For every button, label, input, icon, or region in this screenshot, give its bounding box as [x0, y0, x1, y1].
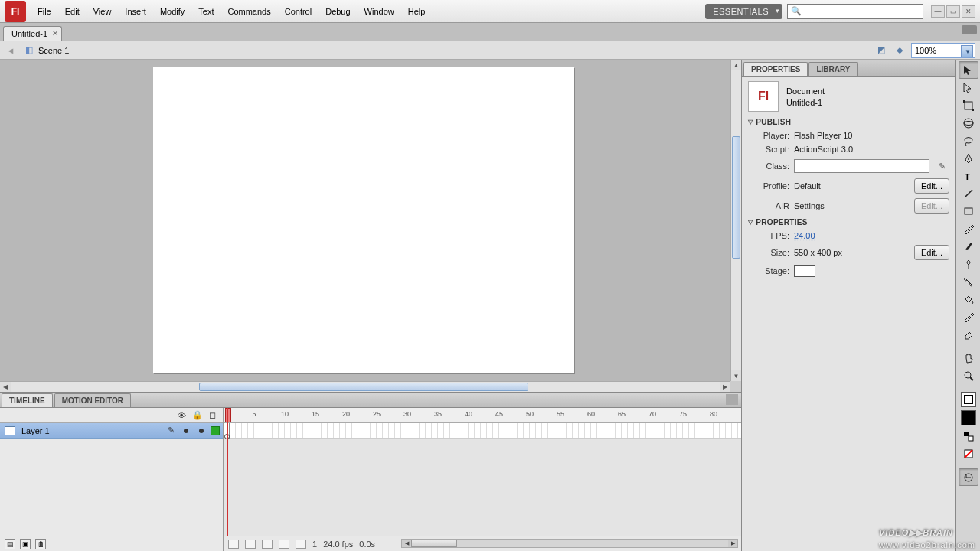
paint-bucket-tool[interactable]: [959, 290, 978, 308]
layer-lock-dot[interactable]: [199, 429, 204, 433]
scroll-corner: [730, 381, 741, 392]
vertical-scrollbar[interactable]: ▲ ▼: [730, 60, 741, 381]
tl-hscroll-thumb[interactable]: [411, 540, 457, 547]
timeline-menu-icon[interactable]: [726, 394, 738, 405]
document-type-label: Document: [786, 86, 825, 96]
tl-scroll-left-icon[interactable]: ◀: [402, 540, 411, 547]
menu-commands[interactable]: Commands: [220, 2, 277, 21]
snap-to-objects-icon[interactable]: [959, 468, 978, 486]
close-document-icon[interactable]: ✕: [52, 29, 58, 37]
stage-color-swatch[interactable]: [794, 265, 815, 277]
hscroll-thumb[interactable]: [199, 383, 528, 391]
3d-rotation-tool[interactable]: [959, 114, 978, 132]
eyedropper-tool[interactable]: [959, 308, 978, 325]
stroke-color-swatch[interactable]: [961, 392, 976, 407]
horizontal-scrollbar[interactable]: ◀ ▶: [0, 381, 730, 392]
bone-tool[interactable]: [959, 272, 978, 290]
workspace-switcher[interactable]: ESSENTIALS: [705, 4, 782, 19]
stage-area[interactable]: ▲ ▼ ◀ ▶: [0, 60, 741, 392]
subselection-tool[interactable]: [959, 79, 978, 96]
section-properties[interactable]: PROPERTIES: [748, 218, 949, 227]
pen-tool[interactable]: [959, 149, 978, 167]
menu-edit[interactable]: Edit: [58, 2, 87, 21]
selection-tool[interactable]: [959, 61, 978, 79]
menu-text[interactable]: Text: [191, 2, 220, 21]
new-folder-button[interactable]: ▣: [20, 539, 31, 549]
minimize-button[interactable]: —: [931, 5, 945, 18]
delete-layer-button[interactable]: 🗑: [35, 539, 46, 549]
restore-button[interactable]: ▭: [946, 5, 960, 18]
free-transform-tool[interactable]: [959, 96, 978, 114]
tab-motion-editor[interactable]: MOTION EDITOR: [54, 393, 131, 407]
scroll-left-icon[interactable]: ◀: [0, 382, 11, 392]
modify-onion-markers-icon[interactable]: [296, 540, 306, 549]
center-frame-icon[interactable]: [228, 540, 239, 549]
section-publish[interactable]: PUBLISH: [748, 118, 949, 126]
black-white-swap-icon[interactable]: [959, 427, 978, 445]
brush-tool[interactable]: [959, 237, 978, 255]
menu-window[interactable]: Window: [358, 2, 401, 21]
scroll-right-icon[interactable]: ▶: [720, 382, 730, 392]
tab-properties[interactable]: PROPERTIES: [743, 62, 808, 76]
playhead[interactable]: [225, 408, 231, 423]
close-button[interactable]: ✕: [962, 5, 975, 18]
fps-value[interactable]: 24.00: [794, 231, 815, 240]
back-arrow-icon[interactable]: ◄: [5, 44, 17, 57]
new-layer-button[interactable]: ▤: [5, 539, 15, 549]
keyframe[interactable]: [224, 423, 230, 439]
edit-scene-icon[interactable]: ◩: [874, 44, 888, 57]
document-tab-title: Untitled-1: [11, 29, 47, 38]
lasso-tool[interactable]: [959, 132, 978, 149]
class-input[interactable]: [794, 159, 929, 173]
layer-visibility-dot[interactable]: [184, 429, 188, 433]
scroll-down-icon[interactable]: ▼: [731, 370, 741, 381]
edit-size-button[interactable]: Edit...: [914, 245, 949, 260]
zoom-tool[interactable]: [959, 367, 978, 384]
tab-timeline[interactable]: TIMELINE: [2, 393, 53, 407]
edit-symbols-icon[interactable]: ◆: [893, 44, 906, 57]
timeline-track[interactable]: [224, 423, 741, 439]
vscroll-thumb[interactable]: [732, 136, 740, 259]
tl-scroll-right-icon[interactable]: ▶: [728, 540, 737, 547]
text-tool[interactable]: T: [959, 167, 978, 184]
hand-tool[interactable]: [959, 349, 978, 367]
edit-class-pencil-icon[interactable]: ✎: [934, 158, 949, 174]
tab-library[interactable]: LIBRARY: [808, 62, 858, 76]
line-tool[interactable]: [959, 184, 978, 202]
rectangle-tool[interactable]: [959, 202, 978, 220]
menu-help[interactable]: Help: [401, 2, 433, 21]
menu-insert[interactable]: Insert: [118, 2, 153, 21]
onion-skin-outlines-icon[interactable]: [262, 540, 273, 549]
lock-header-icon[interactable]: 🔒: [192, 410, 201, 420]
menu-control[interactable]: Control: [278, 2, 318, 21]
edit-profile-button[interactable]: Edit...: [914, 178, 949, 194]
ruler-tick: 20: [342, 410, 350, 418]
chevron-down-icon: ▼: [965, 48, 971, 55]
pencil-tool[interactable]: [959, 220, 978, 237]
onion-skin-icon[interactable]: [245, 540, 256, 549]
stage[interactable]: [153, 67, 574, 373]
layer-row[interactable]: Layer 1 ✎: [0, 423, 223, 439]
search-field[interactable]: 🔍: [787, 4, 923, 19]
document-name-label: Untitled-1: [786, 98, 825, 107]
outline-header-icon[interactable]: ◻: [207, 410, 217, 420]
scroll-up-icon[interactable]: ▲: [731, 60, 741, 70]
deco-tool[interactable]: [959, 255, 978, 272]
edit-multiple-frames-icon[interactable]: [279, 540, 289, 549]
menu-view[interactable]: View: [87, 2, 119, 21]
layer-outline-swatch[interactable]: [211, 426, 220, 435]
zoom-select[interactable]: 100% ▼: [911, 43, 975, 58]
menu-modify[interactable]: Modify: [153, 2, 191, 21]
ruler-tick: 50: [526, 410, 534, 418]
menu-debug[interactable]: Debug: [318, 2, 357, 21]
document-tab[interactable]: Untitled-1 ✕: [3, 26, 62, 41]
timeline-ruler[interactable]: 5 10 15 20 25 30 35 40 45 50 55 60 65 70: [224, 408, 741, 423]
fill-color-swatch[interactable]: [961, 410, 976, 425]
timeline-hscroll[interactable]: ◀ ▶: [401, 539, 738, 548]
no-color-icon[interactable]: [959, 445, 978, 462]
eraser-tool[interactable]: [959, 325, 978, 343]
visibility-header-icon[interactable]: 👁: [177, 411, 186, 420]
layer-name[interactable]: Layer 1: [18, 426, 165, 435]
collapse-panels-handle[interactable]: [962, 25, 977, 34]
menu-file[interactable]: File: [31, 2, 58, 21]
